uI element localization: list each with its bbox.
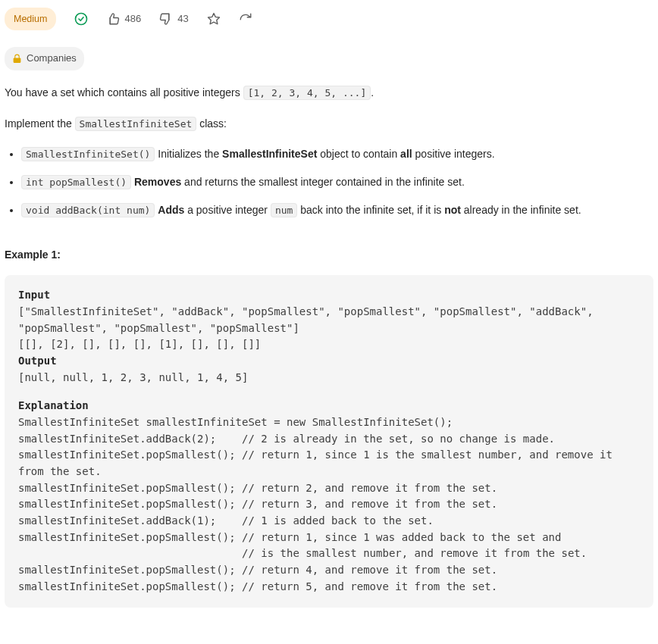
companies-tag[interactable]: Companies: [5, 47, 84, 70]
example-section-head: Output: [18, 353, 640, 370]
api-text: not: [444, 204, 461, 216]
problem-toolbar: Medium 486 43: [5, 5, 653, 39]
dislike-button[interactable]: 43: [159, 11, 188, 27]
solved-status[interactable]: [74, 12, 88, 26]
api-text: Initializes the: [155, 148, 222, 160]
api-signature: SmallestInfiniteSet(): [21, 147, 155, 161]
svg-marker-1: [208, 14, 219, 24]
impl-text: Implement the: [5, 117, 75, 130]
difficulty-pill: Medium: [5, 8, 56, 30]
api-text: num: [271, 203, 297, 217]
share-button[interactable]: [239, 12, 252, 26]
intro-text-after: .: [371, 86, 374, 98]
thumbs-down-icon: [159, 12, 173, 26]
impl-text-after: class:: [196, 117, 227, 130]
implement-paragraph: Implement the SmallestInfiniteSet class:: [5, 115, 653, 133]
api-text: object to contain: [317, 148, 400, 160]
example-section-body: [null, null, 1, 2, 3, null, 1, 4, 5]: [18, 370, 640, 386]
api-item: void addBack(int num) Adds a positive in…: [21, 202, 653, 219]
api-text: positive integers.: [412, 148, 495, 160]
example-section-head: Explanation: [18, 398, 640, 414]
example-section-body: ["SmallestInfiniteSet", "addBack", "popS…: [18, 304, 640, 353]
lock-icon: [12, 54, 22, 64]
api-item: SmallestInfiniteSet() Initializes the Sm…: [21, 145, 653, 163]
problem-description: You have a set which contains all positi…: [5, 84, 653, 608]
api-signature: int popSmallest(): [21, 175, 131, 189]
api-text: and returns the smallest integer contain…: [181, 176, 465, 188]
example-section-body: SmallestInfiniteSet smallestInfiniteSet …: [18, 414, 640, 596]
api-text: already in the infinite set.: [461, 204, 581, 216]
intro-paragraph: You have a set which contains all positi…: [5, 84, 653, 102]
example-label: Example 1:: [5, 246, 653, 263]
svg-point-0: [76, 14, 87, 25]
api-text: a positive integer: [184, 204, 271, 216]
check-circle-icon: [74, 12, 88, 26]
api-list: SmallestInfiniteSet() Initializes the Sm…: [5, 145, 653, 218]
api-text: SmallestInfiniteSet: [222, 148, 317, 160]
api-text: Adds: [158, 204, 184, 216]
dislike-count: 43: [177, 11, 188, 27]
api-text: back into the infinite set, if it is: [297, 204, 444, 216]
like-button[interactable]: 486: [106, 11, 141, 27]
api-text: Removes: [134, 176, 181, 188]
share-icon: [239, 12, 252, 26]
companies-label: Companies: [27, 51, 77, 67]
example-section-head: Input: [18, 287, 640, 304]
api-signature: void addBack(int num): [21, 203, 155, 217]
like-count: 486: [124, 11, 141, 27]
intro-text: You have a set which contains all positi…: [5, 86, 243, 98]
thumbs-up-icon: [106, 12, 120, 26]
api-text: all: [400, 148, 412, 160]
star-icon: [207, 12, 221, 26]
impl-code: SmallestInfiniteSet: [75, 117, 197, 131]
intro-code: [1, 2, 3, 4, 5, ...]: [243, 86, 371, 100]
example-block: Input["SmallestInfiniteSet", "addBack", …: [5, 275, 653, 607]
api-item: int popSmallest() Removes and returns th…: [21, 174, 653, 191]
favorite-button[interactable]: [207, 12, 221, 26]
